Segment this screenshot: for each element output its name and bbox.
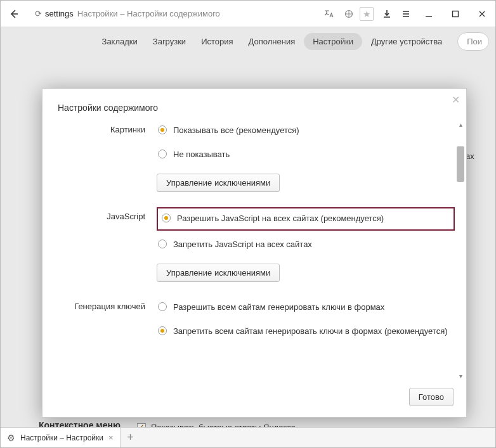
quick-answers-row[interactable]: Показывать быстрые ответы Яндекса [137, 423, 296, 427]
scroll-up-icon[interactable]: ▴ [457, 121, 464, 129]
reload-icon[interactable]: ⟳ [31, 9, 45, 18]
radio-keygen-block[interactable]: Запретить всем сайтам генерировать ключи… [157, 324, 455, 339]
toolbar: ⟳ settings Настройки – Настройки содержи… [1, 1, 495, 27]
nav-settings[interactable]: Настройки [304, 33, 362, 50]
radio-images-hide[interactable]: Не показывать [157, 147, 455, 162]
radio-icon[interactable] [162, 214, 171, 222]
gear-icon: ⚙ [7, 433, 15, 443]
tab-label: Настройки – Настройки [20, 433, 103, 442]
scroll-down-icon[interactable]: ▾ [457, 373, 464, 380]
radio-images-show[interactable]: Показывать все (рекомендуется) [157, 123, 455, 138]
section-images: Картинки Показывать все (рекомендуется) … [58, 123, 455, 192]
tab-close-icon[interactable]: × [108, 433, 114, 442]
exceptions-button[interactable]: Управление исключениями [157, 174, 280, 192]
close-button[interactable] [469, 1, 495, 27]
shield-icon[interactable] [339, 4, 358, 23]
address-bar[interactable]: ⟳ settings Настройки – Настройки содержи… [27, 5, 317, 23]
minimize-button[interactable] [415, 1, 442, 27]
address-prefix: settings [45, 9, 74, 18]
tab-strip: ⚙ Настройки – Настройки × + [1, 427, 495, 447]
exceptions-button[interactable]: Управление исключениями [157, 264, 280, 282]
dialog-close-icon[interactable]: ✕ [452, 94, 460, 106]
checkbox-icon[interactable] [137, 423, 146, 428]
quick-answers-label: Показывать быстрые ответы Яндекса [151, 423, 296, 427]
nav-history[interactable]: История [195, 33, 239, 50]
new-tab-button[interactable]: + [121, 428, 141, 447]
window-controls [415, 1, 495, 27]
section-javascript: JavaScript Разрешить JavaScript на всех … [58, 210, 455, 281]
section-keygen: Генерация ключей Разрешить всем сайтам г… [58, 300, 455, 348]
back-button[interactable] [1, 1, 27, 27]
nav-downloads[interactable]: Загрузки [147, 33, 192, 50]
omnibox-actions: ★ [319, 4, 374, 23]
nav-other-devices[interactable]: Другие устройства [365, 33, 448, 50]
radio-js-allow[interactable]: Разрешить JavaScript на всех сайтах (рек… [157, 207, 455, 230]
browser-tab[interactable]: ⚙ Настройки – Настройки × [1, 428, 121, 447]
page-content: Закладки Загрузки История Дополнения Нас… [1, 27, 495, 427]
maximize-button[interactable] [442, 1, 469, 27]
dialog-title: Настройки содержимого [42, 89, 466, 119]
section-label-javascript: JavaScript [58, 210, 157, 281]
address-title: Настройки – Настройки содержимого [77, 9, 220, 18]
svg-rect-1 [453, 11, 459, 16]
settings-search[interactable]: Пои [457, 32, 489, 51]
section-label-keygen: Генерация ключей [58, 300, 157, 348]
settings-nav: Закладки Загрузки История Дополнения Нас… [1, 27, 495, 55]
scrollbar[interactable]: ▴ ▾ [455, 120, 466, 381]
nav-extensions[interactable]: Дополнения [242, 33, 302, 50]
radio-icon[interactable] [158, 326, 167, 335]
radio-icon[interactable] [158, 302, 167, 311]
scroll-thumb[interactable] [457, 146, 464, 182]
dialog-footer: Готово [42, 381, 466, 417]
done-button[interactable]: Готово [409, 388, 454, 406]
section-label-images: Картинки [58, 123, 157, 192]
downloads-icon[interactable] [377, 4, 396, 23]
translate-icon[interactable] [319, 4, 338, 23]
content-settings-dialog: ✕ Настройки содержимого Картинки Показыв… [42, 88, 467, 418]
browser-window: ⟳ settings Настройки – Настройки содержи… [0, 0, 496, 448]
dialog-body: Картинки Показывать все (рекомендуется) … [42, 119, 466, 381]
context-menu-heading: Контекстное меню [39, 420, 121, 427]
menu-icon[interactable] [396, 4, 415, 23]
bookmark-star-icon[interactable]: ★ [360, 7, 374, 21]
radio-icon[interactable] [158, 240, 167, 248]
nav-bookmarks[interactable]: Закладки [96, 33, 144, 50]
radio-keygen-allow[interactable]: Разрешить всем сайтам генерировать ключи… [157, 300, 455, 315]
radio-icon[interactable] [158, 150, 167, 158]
radio-icon[interactable] [158, 125, 167, 134]
radio-js-block[interactable]: Запретить JavaScript на всех сайтах [157, 237, 455, 252]
